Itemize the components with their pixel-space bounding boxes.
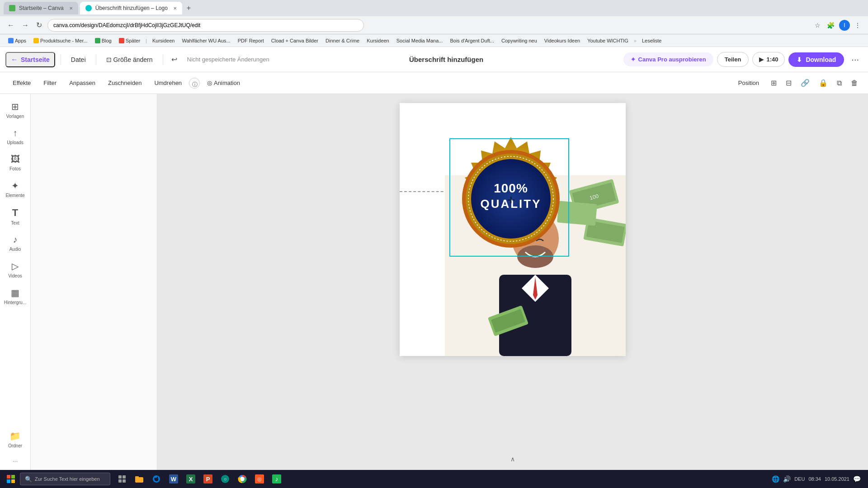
sound-icon[interactable]: 🔊: [783, 475, 791, 483]
sidebar-item-uploads[interactable]: ↑ Uploads: [2, 124, 28, 149]
bookmark-kursideen2[interactable]: Kursideen: [364, 37, 392, 44]
sidebar-item-text[interactable]: T Text: [2, 203, 28, 229]
search-icon-taskbar: 🔍: [25, 476, 32, 483]
taskbar-app-powerpoint[interactable]: P: [200, 471, 216, 487]
sidebar-item-videos[interactable]: ▷ Videos: [2, 257, 28, 282]
back-button[interactable]: ←: [5, 19, 16, 31]
tab-uberschrift[interactable]: Überschrift hinzufügen – Logo ✕: [80, 2, 182, 14]
taskbar-app-file-explorer[interactable]: [131, 471, 147, 487]
taskbar-app-misc3[interactable]: ♪: [269, 471, 285, 487]
taskbar-search[interactable]: 🔍 Zur Suche Text hier eingeben: [20, 473, 110, 485]
nav-divider-3: [163, 54, 163, 65]
vorlagen-icon: ⊞: [11, 101, 19, 112]
taskbar-app-misc1[interactable]: ○: [217, 471, 233, 487]
bookmark-spater[interactable]: Später: [116, 37, 143, 44]
notification-icon[interactable]: 💬: [853, 475, 861, 483]
bookmark-copywriting[interactable]: Copywriting neu: [499, 37, 540, 44]
umdrehen-button[interactable]: Umdrehen: [149, 77, 187, 89]
svg-text:P: P: [206, 476, 210, 483]
taskbar-search-placeholder: Zur Suche Text hier eingeben: [35, 476, 100, 482]
info-button[interactable]: ⓘ: [189, 78, 200, 89]
sidebar-item-hintergrund[interactable]: ▦ Hintergru...: [2, 284, 28, 309]
bookmark-button[interactable]: ☆: [813, 20, 822, 31]
tab-label-startseite: Startseite – Canva: [19, 5, 64, 11]
nav-center: Überschrift hinzufügen: [273, 56, 620, 63]
align-icon-2[interactable]: ⊟: [783, 76, 794, 90]
sidebar-item-audio[interactable]: ♪ Audio: [2, 231, 28, 255]
svg-text:X: X: [189, 476, 193, 483]
pro-button[interactable]: ✦ Canva Pro ausprobieren: [623, 52, 713, 66]
sidebar-collapse-button[interactable]: ···: [9, 454, 22, 468]
network-icon[interactable]: 🌐: [772, 475, 779, 483]
link-icon[interactable]: 🔗: [798, 76, 812, 90]
tab-startseite[interactable]: Startseite – Canva ✕: [4, 2, 78, 14]
tab-close-uberschrift[interactable]: ✕: [173, 6, 177, 11]
svg-rect-22: [11, 475, 15, 479]
bookmark-socialmedia[interactable]: Social Media Mana...: [394, 37, 446, 44]
tab-close-startseite[interactable]: ✕: [69, 6, 73, 11]
sidebar-item-vorlagen[interactable]: ⊞ Vorlagen: [2, 98, 28, 122]
sidebar-item-ordner[interactable]: 📁 Ordner: [2, 427, 28, 452]
bookmark-apps[interactable]: Apps: [5, 37, 29, 44]
position-button[interactable]: Position: [733, 77, 764, 89]
extensions-button[interactable]: 🧩: [825, 20, 836, 31]
home-button[interactable]: ← Startseite: [5, 52, 55, 67]
bookmark-label-wahlfacher: Wahlfächer WU Aus...: [182, 38, 230, 43]
taskbar-app-misc2[interactable]: ◎: [251, 471, 268, 487]
home-label: Startseite: [21, 56, 50, 63]
menu-button[interactable]: ⋮: [853, 20, 863, 31]
taskbar-right: 🌐 🔊 DEU 08:34 10.05.2021 💬: [768, 475, 864, 483]
file-button[interactable]: Datei: [66, 53, 90, 66]
more-options-button[interactable]: ···: [848, 52, 863, 67]
taskbar-app-chrome[interactable]: [234, 471, 250, 487]
new-tab-button[interactable]: +: [184, 4, 193, 12]
nav-right: ✦ Canva Pro ausprobieren Teilen ▶ 1:40 ⬇…: [623, 52, 863, 67]
lock-icon[interactable]: 🔒: [816, 76, 830, 90]
taskbar-app-taskview[interactable]: [114, 471, 130, 487]
zuschneiden-button[interactable]: Zuschneiden: [103, 77, 147, 89]
tab-label-uberschrift: Überschrift hinzufügen – Logo: [95, 5, 168, 11]
taskbar-language: DEU: [794, 476, 805, 482]
effekte-button[interactable]: Effekte: [7, 77, 36, 89]
bookmark-kursideen[interactable]: Kursideen: [150, 37, 178, 44]
download-button[interactable]: ⬇ Download: [788, 52, 844, 67]
profile-button[interactable]: I: [839, 20, 850, 31]
bookmark-blog[interactable]: Blog: [92, 37, 114, 44]
bookmark-dinner[interactable]: Dinner & Crime: [323, 37, 362, 44]
share-button[interactable]: Teilen: [717, 52, 749, 67]
taskbar-app-excel[interactable]: X: [183, 471, 199, 487]
sidebar-item-fotos[interactable]: 🖼 Fotos: [2, 150, 28, 175]
play-button[interactable]: ▶ 1:40: [752, 52, 785, 67]
taskbar-app-edge[interactable]: [148, 471, 165, 487]
undo-button[interactable]: ↩: [169, 52, 180, 66]
address-bar[interactable]: [47, 19, 364, 32]
fotos-label: Fotos: [9, 166, 21, 171]
unsaved-label: Nicht gespeicherte Änderungen: [187, 56, 269, 63]
bookmark-youtube[interactable]: Youtube WICHTIG: [585, 37, 631, 44]
delete-icon[interactable]: 🗑: [848, 76, 861, 90]
canvas-area[interactable]: 100% QUALITY ✛: [157, 94, 868, 472]
bookmark-cload[interactable]: Cload + Canva Bilder: [269, 37, 321, 44]
resize-button[interactable]: ⊡ Größe ändern: [102, 53, 157, 66]
align-icon-1[interactable]: ⊞: [768, 76, 779, 90]
refresh-button[interactable]: ↻: [34, 19, 44, 31]
copy-icon[interactable]: ⧉: [834, 76, 844, 90]
scroll-indicator[interactable]: ∧: [510, 455, 515, 463]
sidebar-item-elemente[interactable]: ✦ Elemente: [2, 177, 28, 202]
bookmark-videokurs[interactable]: Videokurs Ideen: [542, 37, 583, 44]
anpassen-button[interactable]: Anpassen: [64, 77, 101, 89]
forward-button[interactable]: →: [20, 19, 31, 31]
bookmark-wahlfacher[interactable]: Wahlfächer WU Aus...: [179, 37, 233, 44]
svg-rect-23: [7, 479, 10, 483]
filter-button[interactable]: Filter: [38, 77, 62, 89]
bookmark-leseliste[interactable]: Leseliste: [639, 37, 664, 44]
bookmark-icon-spater: [119, 38, 124, 43]
start-button[interactable]: [4, 472, 18, 486]
animation-button[interactable]: ◎ Animation: [202, 77, 245, 89]
bookmark-produktsuche[interactable]: Produktsuche - Mer...: [31, 37, 90, 44]
bookmark-pdf[interactable]: PDF Report: [235, 37, 267, 44]
bookmark-bois[interactable]: Bois d'Argent Duft...: [447, 37, 496, 44]
taskbar-app-word[interactable]: W: [165, 471, 182, 487]
taskbar-apps: W X P ○ ◎ ♪: [114, 471, 285, 487]
bookmark-label-videokurs: Videokurs Ideen: [544, 38, 580, 43]
